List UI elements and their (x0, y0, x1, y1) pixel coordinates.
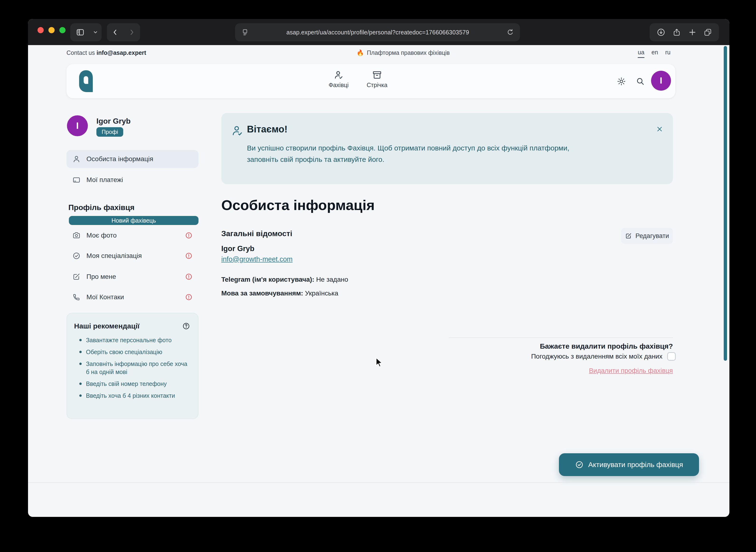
page-settings-icon[interactable] (241, 28, 249, 36)
delete-consent-label: Погоджуюсь з видаленням всіх моїх даних (531, 353, 662, 360)
user-icon (72, 155, 81, 163)
status-badge: Профі (96, 127, 123, 137)
default-language-label: Мова за замовчуванням: (221, 289, 303, 297)
welcome-title: Вітаємо! (247, 124, 287, 135)
edit-square-icon (72, 272, 81, 281)
sidebar-icon (76, 27, 85, 37)
footer-divider (28, 482, 729, 483)
credit-card-icon (72, 176, 81, 184)
tab-overview-button[interactable] (703, 23, 712, 41)
search-button[interactable] (635, 77, 645, 87)
mouse-cursor (374, 357, 385, 368)
default-language-value: Українська (305, 289, 338, 297)
sidebar-section-title: Профіль фахівця (69, 203, 134, 212)
url-text[interactable]: asap.expert/ua/account/profile/personal?… (249, 29, 506, 36)
alert-icon (185, 273, 193, 281)
phone-icon (72, 293, 81, 301)
history-nav-group (107, 23, 140, 41)
activate-button-label: Активувати профіль фахівця (588, 461, 683, 469)
recommendation-item: Введіть хоча б 4 різних контакти (86, 392, 192, 400)
recommendation-item: Введіть свій номер телефону (86, 380, 192, 388)
site-header: Фахівці Стрічка I (67, 64, 675, 98)
delete-profile-link[interactable]: Видалити профіль фахівця (456, 367, 673, 375)
activate-profile-button[interactable]: Активувати профіль фахівця (559, 453, 699, 476)
sidebar-item-contacts[interactable]: Мої Контаки (67, 288, 199, 306)
sidebar-item-label: Особиста інформація (87, 155, 153, 163)
search-icon (635, 77, 645, 87)
reload-icon[interactable] (506, 28, 514, 36)
camera-icon (72, 231, 81, 240)
close-window-button[interactable] (37, 27, 44, 33)
welcome-banner: Вітаємо! Ви успішно створили профіль Фах… (221, 113, 673, 184)
sidebar-item-label: Про мене (87, 273, 179, 280)
toolbar-right-group (650, 23, 719, 41)
contact-info: Contact us info@asap.expert (67, 49, 146, 56)
share-icon (672, 28, 681, 37)
delete-consent-checkbox[interactable] (667, 352, 676, 361)
person-name: Igor Gryb (221, 245, 255, 253)
tagline-text: Плафторма правових фіхівців (367, 49, 450, 56)
theme-toggle-button[interactable] (616, 77, 626, 87)
sidebar-item-photo[interactable]: Моє фото (67, 227, 199, 245)
alert-icon (185, 231, 193, 240)
check-circle-icon (575, 460, 584, 469)
nav-feed-label: Стрічка (367, 82, 387, 89)
sidebar-item-label: Моє фото (87, 232, 179, 239)
sidebar-item-personal-info[interactable]: Особиста інформація (67, 150, 199, 168)
alert-icon (185, 293, 193, 301)
person-check-icon (333, 70, 344, 80)
asap-logo-icon (78, 70, 94, 93)
zoom-window-button[interactable] (59, 27, 66, 33)
downloads-button[interactable] (656, 23, 666, 41)
download-icon (656, 27, 666, 37)
nav-specialists[interactable]: Фахівці (317, 70, 360, 89)
edit-button[interactable]: Редагувати (621, 228, 673, 244)
nav-feed[interactable]: Стрічка (356, 70, 398, 89)
browser-window: asap.expert/ua/account/profile/personal?… (28, 19, 729, 517)
sidebar-avatar: I (67, 115, 88, 136)
lang-en[interactable]: en (651, 49, 658, 58)
person-email-link[interactable]: info@growth-meet.com (221, 255, 292, 263)
telegram-label: Telegram (ім'я користувача): (221, 276, 314, 283)
sidebar-item-payments[interactable]: Мої платежі (67, 171, 199, 189)
sun-icon (616, 77, 626, 87)
telegram-value: Не задано (316, 276, 348, 283)
user-avatar[interactable]: I (651, 71, 671, 91)
page-title: Особиста інформація (221, 197, 375, 213)
alert-icon (185, 252, 193, 260)
page-scrollbar[interactable] (724, 46, 727, 361)
delete-section-divider (449, 337, 673, 338)
close-icon[interactable] (656, 125, 663, 133)
lang-ru[interactable]: ru (665, 49, 670, 58)
help-icon[interactable] (182, 322, 191, 330)
browser-toolbar: asap.expert/ua/account/profile/personal?… (28, 19, 729, 45)
delete-consent-row: Погоджуюсь з видаленням всіх моїх даних (360, 352, 676, 361)
site-logo[interactable] (78, 70, 94, 93)
delete-question: Бажаєте видалити профіль фахівця? (408, 342, 673, 350)
welcome-body: Ви успішно створили профіль Фахівця. Щоб… (247, 142, 594, 165)
forward-button[interactable] (123, 23, 140, 41)
lang-ua[interactable]: ua (638, 49, 644, 58)
back-button[interactable] (107, 23, 123, 41)
edit-button-label: Редагувати (635, 232, 669, 240)
contact-email[interactable]: info@asap.expert (96, 49, 146, 56)
sidebar-toggle-button[interactable] (70, 23, 90, 41)
recommendations-card: Наші рекомендації Завантажте персональне… (67, 313, 199, 419)
tabs-icon (703, 28, 712, 37)
sidebar-item-specialization[interactable]: Моя спеціалізація (67, 247, 199, 265)
recommendations-list: Завантажте персональне фото Оберіть свою… (67, 336, 198, 400)
default-language-row: Мова за замовчуванням: Українська (221, 289, 338, 297)
sidebar-user-name: Igor Gryb (96, 117, 131, 126)
nav-specialists-label: Фахівці (329, 82, 349, 89)
person-check-icon (231, 124, 244, 137)
new-tab-button[interactable] (688, 23, 697, 41)
archive-box-icon (372, 70, 382, 80)
general-info-title: Загальні відомості (221, 229, 292, 238)
screen: asap.expert/ua/account/profile/personal?… (0, 0, 756, 552)
sidebar-item-about[interactable]: Про мене (67, 268, 199, 286)
minimize-window-button[interactable] (48, 27, 54, 33)
address-bar[interactable]: asap.expert/ua/account/profile/personal?… (235, 23, 520, 41)
share-button[interactable] (672, 23, 681, 41)
sidebar-menu-chevron[interactable] (90, 23, 101, 41)
chevron-down-icon (93, 30, 98, 35)
